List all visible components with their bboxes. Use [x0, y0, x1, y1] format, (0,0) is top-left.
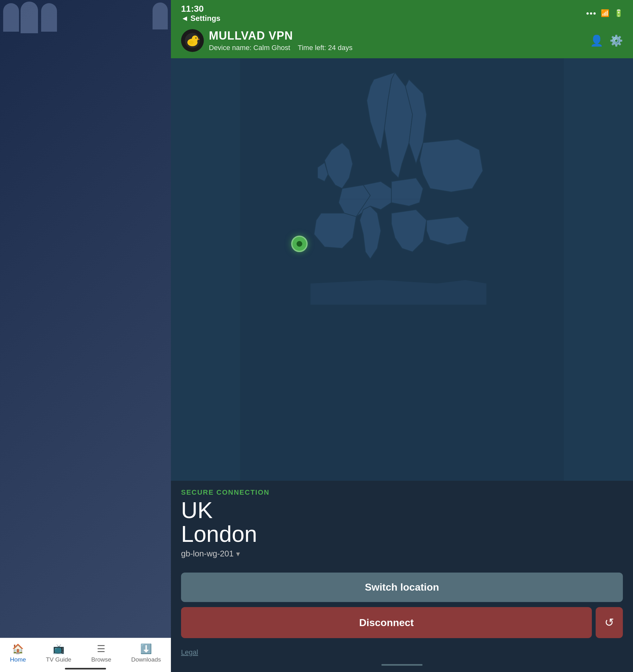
nav-home[interactable]: 🏠 Home: [10, 643, 26, 663]
vpn-back[interactable]: ◄ Settings: [181, 14, 220, 23]
vpn-secure-label: SECURE CONNECTION: [181, 488, 623, 497]
europe-map-svg: [171, 58, 633, 481]
vpn-device-name: Device name: Calm Ghost: [209, 44, 290, 52]
reconnect-icon: ↺: [605, 616, 614, 629]
svg-point-2: [192, 35, 198, 42]
svg-point-3: [195, 38, 197, 39]
vpn-status-bar: 11:30 ◄ Settings 📶 🔋: [171, 0, 633, 25]
vpn-server-id: gb-lon-wg-201: [181, 549, 234, 559]
vpn-location-name: UK London: [181, 499, 623, 546]
vpn-status-left: 11:30 ◄ Settings: [181, 4, 220, 23]
vpn-settings-icon[interactable]: ⚙️: [610, 34, 623, 47]
vpn-country: UK: [181, 499, 623, 523]
nav-browse[interactable]: ☰ Browse: [91, 643, 111, 663]
top10-card-2[interactable]: [82, 408, 154, 455]
vpn-wifi-icon: 📶: [601, 9, 609, 18]
svg-point-5: [188, 41, 194, 44]
nav-tv-guide[interactable]: 📺 TV Guide: [46, 643, 71, 663]
vpn-city: London: [181, 522, 623, 546]
vpn-server-select[interactable]: gb-lon-wg-201 ▾: [181, 549, 623, 559]
top10-section: Top 10 this week: [0, 387, 171, 455]
vpn-account-icon[interactable]: 👤: [590, 34, 603, 47]
downloads-icon: ⬇️: [140, 643, 152, 654]
browse-icon: ☰: [97, 643, 105, 654]
vpn-connection-info: SECURE CONNECTION UK London gb-lon-wg-20…: [171, 481, 633, 573]
nav-downloads[interactable]: ⬇️ Downloads: [131, 643, 161, 663]
vpn-home-indicator: [381, 664, 423, 666]
vpn-map: [171, 58, 633, 481]
home-indicator-bar: [65, 668, 106, 670]
vpn-buttons: Switch location Disconnect ↺: [171, 573, 633, 646]
back-label: Settings: [191, 14, 221, 23]
sky-panel: 11:30 📶 🔋 ⚙️ sky 📱 🔍: [0, 0, 171, 672]
vpn-brand: MULLVAD VPN Device name: Calm Ghost Time…: [181, 29, 353, 52]
vpn-time-left: Time left: 24 days: [298, 44, 353, 52]
vpn-legal-link[interactable]: Legal: [171, 646, 633, 662]
vpn-time: 11:30: [181, 4, 220, 14]
mullvad-logo-icon: [184, 32, 201, 49]
home-icon: 🏠: [12, 643, 24, 654]
back-chevron-icon: ◄: [181, 14, 188, 23]
vpn-status-right: 📶 🔋: [586, 9, 623, 18]
tv-guide-icon: 📺: [53, 643, 65, 654]
location-dot[interactable]: [291, 236, 308, 252]
vpn-device-info: Device name: Calm Ghost Time left: 24 da…: [209, 44, 353, 52]
reconnect-button[interactable]: ↺: [596, 607, 623, 638]
vpn-header: MULLVAD VPN Device name: Calm Ghost Time…: [171, 25, 633, 58]
vpn-logo: [181, 29, 204, 52]
disconnect-row: Disconnect ↺: [181, 607, 623, 638]
sky-bottom-nav: 🏠 Home 📺 TV Guide ☰ Browse ⬇️ Downloads: [0, 638, 171, 672]
vpn-brand-text: MULLVAD VPN Device name: Calm Ghost Time…: [209, 29, 353, 52]
vpn-app-name: MULLVAD VPN: [209, 29, 353, 43]
top10-cards: [6, 408, 164, 455]
disconnect-button[interactable]: Disconnect: [181, 607, 592, 638]
vpn-header-icons: 👤 ⚙️: [590, 34, 623, 47]
vpn-battery-icon: 🔋: [614, 9, 623, 18]
chevron-down-icon: ▾: [236, 549, 240, 558]
vpn-panel: 11:30 ◄ Settings 📶 🔋: [171, 0, 633, 672]
switch-location-button[interactable]: Switch location: [181, 573, 623, 602]
